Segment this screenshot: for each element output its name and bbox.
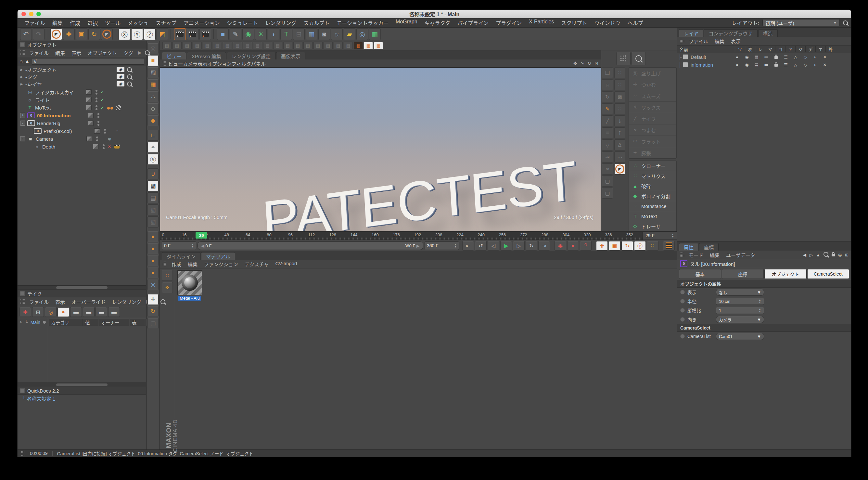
om-filter-タグ[interactable]: ▶-タグ◉ <box>18 73 146 80</box>
object-row[interactable]: TMoText✓ <box>18 104 146 112</box>
menu-スクリプト[interactable]: スクリプト <box>557 19 591 27</box>
layer-toggle-icon[interactable] <box>771 55 781 59</box>
menu-スカルプト[interactable]: スカルプト <box>300 19 333 27</box>
mograph-item-MoText[interactable]: TMoText <box>629 211 676 221</box>
record-keyframe-button[interactable]: ◉ <box>555 241 566 250</box>
drag-handle[interactable] <box>21 451 25 456</box>
arrow-box-icon[interactable]: ⇥ <box>602 151 613 162</box>
visibility-dots[interactable] <box>103 144 104 149</box>
attr-tab-button-座標[interactable]: 座標 <box>722 269 764 279</box>
drag-handle[interactable] <box>20 50 25 55</box>
workplane-lock-icon[interactable]: ▩ <box>148 180 158 191</box>
visibility-dots[interactable] <box>95 97 97 102</box>
menu-キャラクタ[interactable]: キャラクタ <box>421 19 454 27</box>
mograph-item-ボロノイ分割[interactable]: ◆ボロノイ分割 <box>629 191 676 201</box>
layer-toggle-icon[interactable] <box>771 63 781 67</box>
material-dots-tag[interactable] <box>107 105 114 111</box>
new-window-icon[interactable]: ⊞ <box>845 252 848 258</box>
expand-toggle[interactable]: - <box>20 121 25 126</box>
sky-icon[interactable]: ◎ <box>356 28 368 40</box>
take-state-icon[interactable] <box>43 321 46 324</box>
cone-wire-icon[interactable]: ▽ <box>602 140 613 150</box>
visibility-dots[interactable] <box>96 137 98 141</box>
axis-mode-icon[interactable]: ∟ <box>148 130 158 141</box>
menu-メッシュ[interactable]: メッシュ <box>124 19 152 27</box>
wire-cube-icon[interactable]: ❏ <box>602 67 613 78</box>
attr-tab-button-基本[interactable]: 基本 <box>679 269 721 279</box>
sidebar-tab-レイヤ[interactable]: レイヤ <box>679 29 703 37</box>
visibility-dots[interactable] <box>97 121 99 126</box>
simulation-icon[interactable]: Ⓢ <box>148 154 158 165</box>
om-menu-ファイル[interactable]: ファイル <box>26 50 52 56</box>
measure-icon[interactable]: ∺ <box>602 79 613 90</box>
layer-toggle-icon[interactable]: ✕ <box>820 62 830 67</box>
expand-icon[interactable]: ▶ <box>20 75 23 79</box>
texture-mode-icon[interactable]: ▨ <box>148 67 158 78</box>
search-icon[interactable] <box>127 67 132 72</box>
om-filter-オブジェクト[interactable]: ▶-オブジェクト◉ <box>18 66 146 73</box>
search-icon[interactable] <box>843 21 848 25</box>
om-menu-タグ[interactable]: タグ <box>120 50 136 56</box>
lock-z-icon[interactable]: Ⓩ <box>144 28 156 40</box>
menu-作成[interactable]: 作成 <box>66 19 84 27</box>
menu-レンダリング[interactable]: レンダリング <box>261 19 300 27</box>
layer-swatch[interactable] <box>94 128 100 133</box>
quickdocs-document[interactable]: └ 名称未設定 1 <box>18 394 146 402</box>
render-picture-viewer-icon[interactable] <box>187 28 198 40</box>
mat-menu-テクスチャ[interactable]: テクスチャ <box>241 261 272 267</box>
mograph-item-トレーサ[interactable]: ◇トレーサ <box>629 221 676 231</box>
override-spheres-icon[interactable]: ● <box>58 307 69 317</box>
material-item[interactable]: Metal - Alu <box>177 270 203 301</box>
sidebar-tab-構造[interactable]: 構造 <box>758 29 778 37</box>
key-rotation-toggle[interactable]: ↻ <box>621 241 633 250</box>
object-row[interactable]: -0RenderRig <box>18 119 146 127</box>
disabled-tool-2-icon[interactable]: ▧ <box>148 216 158 228</box>
dots-1-icon[interactable]: ∷ <box>614 67 625 78</box>
layer-toggle-icon[interactable]: ≔ <box>762 62 771 67</box>
field-dropdown[interactable]: Cam01▼ <box>716 333 764 340</box>
spinner-arrows-icon[interactable]: ▲▼ <box>672 233 674 238</box>
sculpt-item-つまむ[interactable]: ∝つまむ <box>629 124 676 136</box>
expand-icon[interactable]: ▶ <box>20 82 23 86</box>
attr-tab-button-オブジェクト[interactable]: オブジェクト <box>764 269 807 279</box>
material-tab-タイムライン[interactable]: タイムライン <box>162 252 200 260</box>
window-1-icon[interactable]: ▤ <box>283 41 292 50</box>
more-menu-icon[interactable]: ▶ <box>138 50 142 56</box>
layout-split-1-icon[interactable]: ▤ <box>162 41 172 50</box>
object-row[interactable]: +000.Information <box>18 112 146 119</box>
material-list-view-icon[interactable]: ❖ <box>162 282 173 293</box>
layer-swatch[interactable] <box>88 121 94 126</box>
pan-view-icon[interactable]: ✥ <box>574 61 577 66</box>
search-icon[interactable] <box>824 252 828 258</box>
light-icon[interactable]: ☼ <box>331 28 343 40</box>
animation-dot-icon[interactable] <box>680 317 685 322</box>
viewport-solo-icon[interactable]: ⌖ <box>148 142 158 153</box>
view-panel-1-icon[interactable]: ▤ <box>223 41 232 50</box>
material-tag[interactable] <box>116 105 121 110</box>
auto-take-icon[interactable]: ◎ <box>45 307 57 317</box>
commander-search-button[interactable] <box>631 52 646 65</box>
menu-ファイル[interactable]: ファイル <box>21 19 49 27</box>
spinner-arrows-icon[interactable]: ▲▼ <box>454 243 457 248</box>
current-frame-box[interactable]: 29 F ▲▼ <box>643 232 677 240</box>
layer-swatch[interactable] <box>86 136 92 141</box>
viewport-tab-XPresso 編集[interactable]: XPresso 編集 <box>187 52 226 59</box>
take-column-表[interactable]: 表 <box>130 319 145 326</box>
extra-a1-icon[interactable]: ▢ <box>602 176 613 186</box>
spline-pen-icon[interactable]: ✎ <box>230 28 241 40</box>
layer-color-swatch[interactable] <box>683 54 688 59</box>
vp-menu-表示[interactable]: 表示 <box>197 60 207 67</box>
layer-toggle-icon[interactable]: ▤ <box>752 62 762 67</box>
layout-split-2-icon[interactable]: ▤ <box>173 41 182 50</box>
layer-row-infomation[interactable]: ├infomation●◉▤≔☰△◇◗✕ <box>677 61 851 68</box>
subdivision-surface-icon[interactable]: ◉ <box>242 28 254 40</box>
start-frame-input[interactable]: 0 F ▲▼ <box>162 241 196 250</box>
loop-button[interactable]: ↻ <box>526 241 537 250</box>
attr-menu-編集[interactable]: 編集 <box>707 251 723 258</box>
box-x-icon[interactable]: ⊠ <box>614 91 625 102</box>
disabled-tool-1-icon[interactable]: ▧ <box>148 204 158 215</box>
window-4-icon[interactable]: ▤ <box>313 41 322 50</box>
layer-toggle-icon[interactable]: ◇ <box>800 62 810 67</box>
mograph-item-破砕[interactable]: ▲破砕 <box>629 181 676 191</box>
pin-icon[interactable]: ✛ <box>148 294 158 305</box>
